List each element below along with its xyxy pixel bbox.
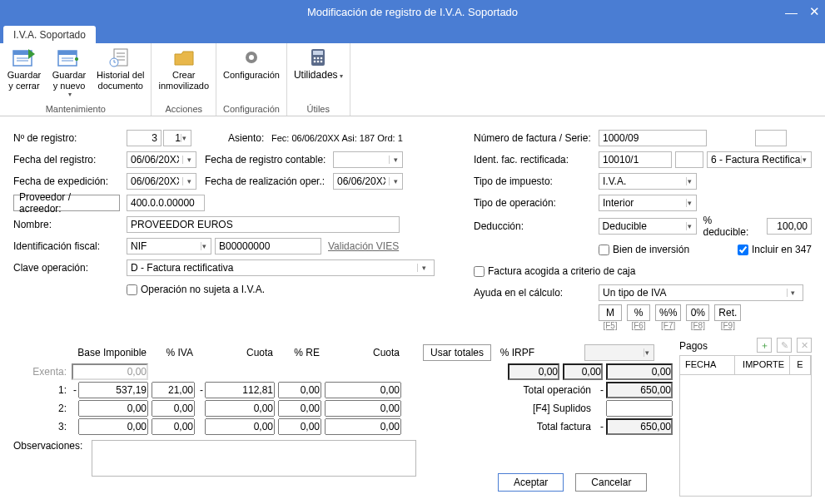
validacion-vies-link[interactable]: Validación VIES: [328, 240, 399, 252]
label-total-op: Total operación: [498, 384, 598, 396]
delete-pago-icon[interactable]: ✕: [797, 338, 812, 353]
row-exenta: Exenta:: [13, 366, 72, 378]
ribbon: Guardar y cerrar Guardar y nuevo▾ Histor…: [0, 43, 825, 116]
label-fecha-reg-cont: Fecha de registro contable:: [205, 154, 333, 166]
r3-cuota[interactable]: [205, 418, 275, 435]
btn-0pct[interactable]: 0%: [686, 304, 709, 321]
r1-iva[interactable]: [152, 382, 195, 398]
label-clave-op: Clave operación:: [13, 262, 127, 274]
col-irpf: % IRPF: [498, 347, 539, 358]
irpf-combo[interactable]: ▾: [584, 344, 654, 361]
r3-re[interactable]: [278, 418, 321, 435]
proveedor-button[interactable]: Proveedor / acreedor:: [13, 195, 120, 211]
tabstrip: I.V.A. Soportado: [0, 23, 825, 43]
pct-deducible-input[interactable]: [767, 218, 812, 235]
nombre-input[interactable]: [127, 216, 400, 233]
usar-totales-button[interactable]: Usar totales: [423, 344, 491, 361]
btn-pctpct[interactable]: %%: [655, 304, 681, 321]
tab-iva-soportado[interactable]: I.V.A. Soportado: [3, 26, 96, 43]
suplidos-input[interactable]: [606, 400, 673, 417]
r1-cuota[interactable]: [205, 382, 275, 398]
ayuda-calculo-select[interactable]: ▾: [599, 284, 803, 301]
fecha-reg-cont-input[interactable]: ▾: [333, 151, 403, 168]
tipo-operacion-select[interactable]: ▾: [599, 195, 697, 211]
save-new-icon: [56, 47, 82, 68]
label-ident-rect: Ident. fac. rectificada:: [474, 154, 599, 166]
rect-tipo-select[interactable]: ▾: [707, 151, 812, 168]
add-pago-icon[interactable]: ＋: [757, 338, 772, 353]
serie-input[interactable]: [755, 130, 787, 146]
col-iva: % IVA: [152, 347, 198, 358]
clave-op-select[interactable]: ▾: [127, 259, 435, 276]
r2-iva[interactable]: [152, 400, 195, 417]
fecha-registro-input[interactable]: ▾: [127, 151, 196, 168]
gear-icon: [238, 47, 265, 68]
btn-m[interactable]: M: [599, 304, 622, 321]
label-tipo-impuesto: Tipo de impuesto:: [474, 175, 599, 187]
ribbon-group-acciones: Acciones: [153, 102, 214, 116]
incluir-347-check[interactable]: Incluir en 347: [738, 244, 812, 255]
n-registro-sub[interactable]: ▾: [163, 130, 191, 146]
aceptar-button[interactable]: Aceptar: [498, 473, 564, 492]
chevron-down-icon[interactable]: ▾: [340, 72, 343, 80]
r2-cuota[interactable]: [205, 400, 275, 417]
btn-pct[interactable]: %: [627, 304, 650, 321]
factura-caja-check[interactable]: Factura acogida a criterio de caja: [474, 265, 635, 277]
close-icon[interactable]: ✕: [809, 4, 820, 19]
r1-cuota2[interactable]: [325, 382, 401, 398]
r1-base[interactable]: [78, 382, 148, 398]
guardar-cerrar-button[interactable]: Guardar y cerrar: [2, 43, 47, 92]
utilidades-button[interactable]: Utilidades▾: [289, 43, 348, 83]
historial-button[interactable]: Historial del documento: [92, 43, 149, 92]
label-deduccion: Deducción:: [474, 220, 599, 232]
label-ident-fiscal: Identificación fiscal:: [13, 240, 127, 252]
edit-pago-icon[interactable]: ✎: [777, 338, 792, 353]
ident-rect-input[interactable]: [599, 151, 672, 168]
n-registro-input[interactable]: [127, 130, 162, 146]
deduccion-select[interactable]: ▾: [599, 218, 697, 235]
proveedor-input[interactable]: [127, 195, 205, 211]
window-title: Modificación de registro de I.V.A. Sopor…: [307, 6, 518, 18]
svg-point-18: [317, 57, 320, 60]
cancelar-button[interactable]: Cancelar: [575, 473, 647, 492]
num-factura-input[interactable]: [599, 130, 707, 146]
label-tipo-operacion: Tipo de operación:: [474, 197, 599, 209]
fecha-expedicion-input[interactable]: ▾: [127, 173, 196, 190]
crear-inmovilizado-button[interactable]: Crear inmovilizado: [153, 43, 214, 92]
observaciones-input[interactable]: [92, 440, 416, 477]
svg-point-19: [321, 57, 323, 60]
ident-fiscal-tipo[interactable]: ▾: [127, 238, 211, 254]
r2-re[interactable]: [278, 400, 321, 417]
pagos-table-header: FECHA IMPORTE E: [679, 355, 812, 375]
svg-rect-5: [58, 51, 77, 55]
ident-fiscal-num[interactable]: [215, 238, 321, 254]
tipo-impuesto-select[interactable]: ▾: [599, 173, 697, 190]
chevron-down-icon[interactable]: ▾: [68, 91, 72, 98]
btn-ret[interactable]: Ret.: [714, 304, 741, 321]
label-fecha-realiz: Fecha de realización oper.:: [205, 175, 333, 187]
bien-inversion-check[interactable]: Bien de inversión: [599, 244, 689, 255]
irpf-b: [563, 363, 603, 380]
guardar-nuevo-button[interactable]: Guardar y nuevo▾: [47, 43, 92, 100]
configuracion-button[interactable]: Configuración: [218, 43, 285, 82]
r1-re[interactable]: [278, 382, 321, 398]
fecha-realiz-input[interactable]: ▾: [333, 173, 403, 190]
label-fecha-registro: Fecha del registro:: [13, 154, 127, 166]
label-pct-deducible: % deducible:: [703, 215, 761, 238]
irpf-c: [606, 363, 673, 380]
svg-point-14: [249, 55, 254, 60]
r3-iva[interactable]: [152, 418, 195, 435]
ident-rect-serie[interactable]: [675, 151, 703, 168]
minimize-icon[interactable]: —: [785, 5, 798, 19]
row-2: 2:: [13, 403, 72, 414]
col-cuota: Cuota: [198, 347, 278, 358]
ribbon-group-utiles: Útiles: [289, 102, 348, 116]
r2-base[interactable]: [78, 400, 148, 417]
r3-base[interactable]: [78, 418, 148, 435]
label-suplidos[interactable]: [F4] Suplidos: [498, 403, 598, 414]
history-icon: [107, 47, 134, 68]
r3-cuota2[interactable]: [325, 418, 401, 435]
pagos-table-body[interactable]: [679, 375, 812, 497]
r2-cuota2[interactable]: [325, 400, 401, 417]
op-no-sujeta-check[interactable]: Operación no sujeta a I.V.A.: [127, 284, 265, 295]
